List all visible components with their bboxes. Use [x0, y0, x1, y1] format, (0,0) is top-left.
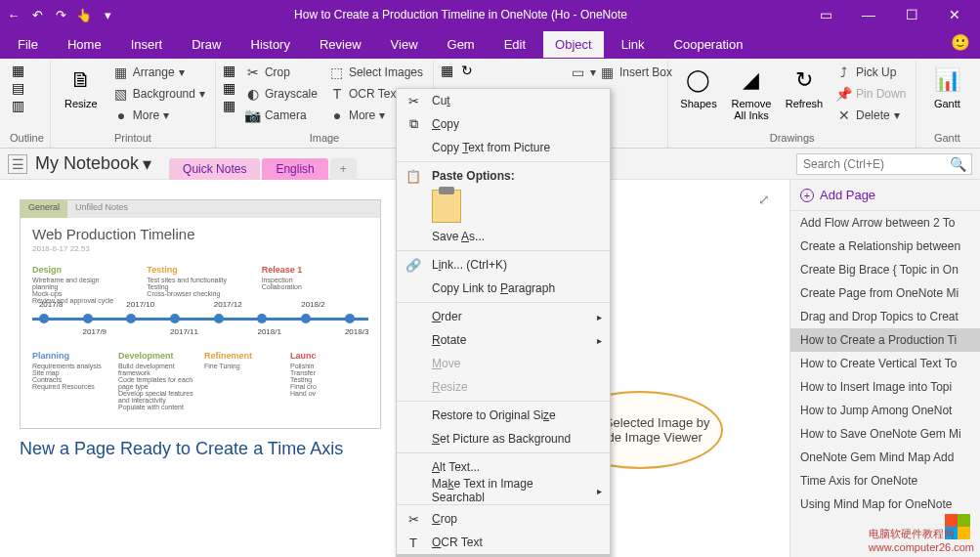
page-item[interactable]: Create a Relationship between — [790, 235, 980, 258]
menu-link[interactable]: Link — [610, 31, 657, 58]
search-box[interactable]: 🔍 — [796, 153, 972, 175]
ctx-item[interactable]: Set Picture as Background — [397, 427, 610, 450]
outline-icon[interactable]: ▦ — [10, 63, 25, 78]
background-button[interactable]: ▧Background ▾ — [109, 84, 209, 104]
feedback-smiley-icon[interactable]: 🙂 — [951, 33, 970, 52]
emb-date: 2018-6-17 22.53 — [21, 244, 380, 259]
back-icon[interactable]: ← — [6, 7, 21, 22]
resize-button[interactable]: 🗎 Resize — [57, 63, 106, 111]
notebook-name[interactable]: My Notebook ▾ — [35, 153, 151, 175]
ctx-item[interactable]: TOCR Text — [397, 531, 610, 554]
ctx-item: Resize — [397, 375, 610, 399]
ctx-item[interactable]: Alt Text... — [397, 455, 610, 479]
minimize-icon[interactable]: — — [849, 1, 888, 28]
menu-review[interactable]: Review — [308, 31, 373, 58]
expand-icon[interactable]: ⤢ — [758, 192, 770, 207]
select-images-button[interactable]: ⬚Select Images — [325, 63, 427, 82]
menu-history[interactable]: History — [239, 31, 302, 58]
menu-view[interactable]: View — [379, 31, 430, 58]
ctx-icon — [405, 228, 422, 245]
page-item[interactable]: Create Page from OneNote Mi — [790, 281, 980, 305]
printout-more-button[interactable]: ●More ▾ — [109, 106, 209, 125]
ctx-item[interactable]: Rotate▸ — [397, 328, 610, 352]
page-item[interactable]: Using Mind Map for OneNote — [790, 493, 980, 516]
menu-cooperation[interactable]: Cooperation — [662, 31, 755, 58]
page-item[interactable]: Time Axis for OneNote — [790, 469, 980, 493]
page-item[interactable]: OneNote Gem Mind Map Add — [790, 446, 980, 469]
delete-button[interactable]: ✕Delete ▾ — [832, 106, 910, 125]
menu-home[interactable]: Home — [56, 31, 113, 58]
page-item[interactable]: Drag and Drop Topics to Creat — [790, 305, 980, 328]
image-icon1[interactable]: ▦ — [222, 63, 237, 78]
paste-option-icon[interactable] — [432, 190, 461, 223]
ctx-item: Move — [397, 352, 610, 375]
ribbon-group-outline: ▦ ▤ ▥ Outline — [4, 61, 51, 148]
menu-object[interactable]: Object — [543, 31, 604, 58]
ctx-icon: 📋 — [405, 167, 422, 185]
search-input[interactable] — [803, 157, 950, 171]
more-icon: ● — [329, 107, 345, 123]
more-icon: ● — [113, 107, 129, 123]
ctx-item[interactable]: ✂Crop — [397, 507, 610, 531]
add-page-button[interactable]: + Add Page — [790, 180, 980, 211]
ctx-item[interactable]: Make Text in Image Searchabl▸ — [397, 479, 610, 502]
refresh-button[interactable]: ↻Refresh — [780, 63, 829, 111]
maximize-icon[interactable]: ☐ — [892, 1, 931, 28]
ctx-item[interactable]: Copy Link to Paragraph — [397, 277, 610, 300]
box-icon1[interactable]: ▦ — [440, 63, 455, 78]
ctx-item[interactable]: ⧉Copy — [397, 112, 610, 136]
ctx-icon — [405, 331, 422, 349]
dropdown-icon[interactable]: ▾ — [100, 7, 115, 22]
ctx-item[interactable]: ✂Cut — [397, 89, 610, 112]
grayscale-button[interactable]: ◐Grayscale — [241, 84, 321, 104]
arrange-button[interactable]: ▦Arrange ▾ — [109, 63, 209, 82]
page-item[interactable]: Create Big Brace { Topic in On — [790, 258, 980, 281]
menu-gem[interactable]: Gem — [436, 31, 487, 58]
ctx-item[interactable]: Save As... — [397, 225, 610, 248]
menu-draw[interactable]: Draw — [180, 31, 233, 58]
insert-box-button[interactable]: ▭ ▾ ▦Insert Box — [567, 63, 676, 82]
pickup-button[interactable]: ⤴Pick Up — [832, 63, 910, 82]
camera-button[interactable]: 📷Camera — [241, 106, 321, 125]
ctx-item[interactable]: 🔗Link... (Ctrl+K) — [397, 253, 610, 277]
nav-toggle-icon[interactable]: ☰ — [8, 154, 27, 174]
page-item[interactable]: How to Jump Among OneNot — [790, 399, 980, 422]
ctx-item[interactable]: Copy Text from Picture — [397, 136, 610, 159]
page-item[interactable]: How to Insert Image into Topi — [790, 375, 980, 399]
crop-button[interactable]: ✂Crop — [241, 63, 321, 82]
emb-title: Web Production Timeline — [21, 218, 380, 244]
menu-insert[interactable]: Insert — [119, 31, 175, 58]
page-item[interactable]: How to Create a Production Ti — [790, 328, 980, 352]
search-icon[interactable]: 🔍 — [950, 156, 965, 172]
ctx-icon — [405, 407, 422, 424]
page-item[interactable]: How to Save OneNote Gem Mi — [790, 422, 980, 446]
ctx-icon — [405, 139, 422, 156]
page-item[interactable]: Add Flow Arrow between 2 To — [790, 211, 980, 235]
redo-icon[interactable]: ↷ — [53, 7, 68, 22]
page-list: + Add Page Add Flow Arrow between 2 ToCr… — [789, 180, 980, 557]
image-icon2[interactable]: ▦ — [222, 80, 237, 96]
page-content: ⤢ General Unfiled Notes Web Production T… — [0, 180, 789, 557]
undo-icon[interactable]: ↶ — [29, 7, 45, 22]
outline-icon2[interactable]: ▤ — [10, 80, 25, 96]
image-icon3[interactable]: ▦ — [222, 98, 237, 113]
menu-edit[interactable]: Edit — [492, 31, 537, 58]
shapes-button[interactable]: ◯Shapes — [674, 63, 723, 111]
page-item[interactable]: How to Create Vertical Text To — [790, 352, 980, 375]
close-icon[interactable]: ✕ — [935, 1, 974, 28]
ctx-item[interactable]: Restore to Original Size — [397, 404, 610, 427]
menu-file[interactable]: File — [6, 31, 50, 58]
gantt-button[interactable]: 📊Gantt — [922, 63, 971, 111]
remove-inks-button[interactable]: ◢Remove All Inks — [727, 63, 776, 123]
embedded-image[interactable]: General Unfiled Notes Web Production Tim… — [20, 199, 381, 429]
box-icon2[interactable]: ↻ — [459, 63, 475, 78]
ribbon-mode-icon[interactable]: ▭ — [806, 1, 845, 28]
ctx-icon — [405, 482, 422, 499]
ctx-item[interactable]: Order▸ — [397, 305, 610, 328]
menubar: File Home Insert Draw History Review Vie… — [0, 29, 980, 59]
section-tab-english[interactable]: English — [262, 158, 327, 180]
touch-icon[interactable]: 👆 — [76, 7, 92, 22]
section-tab-add[interactable]: + — [330, 158, 357, 180]
outline-icon3[interactable]: ▥ — [10, 98, 25, 113]
section-tab-quicknotes[interactable]: Quick Notes — [169, 158, 260, 180]
